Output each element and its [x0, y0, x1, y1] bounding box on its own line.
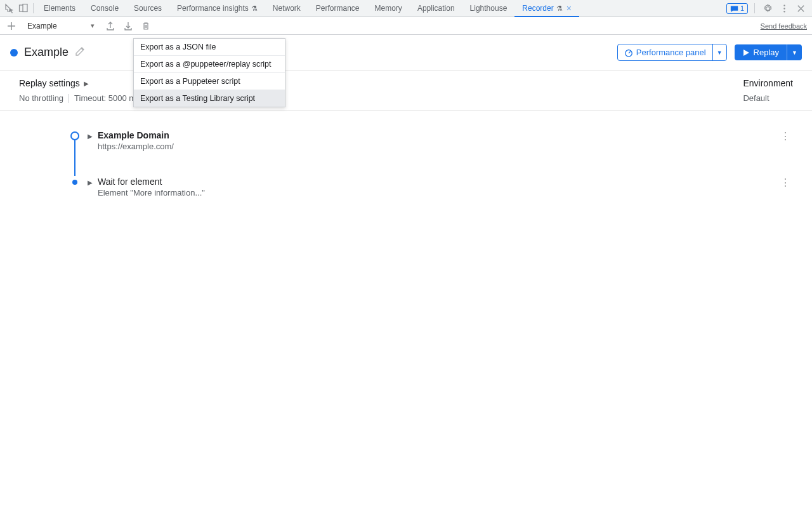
step-more-icon[interactable]: ⋮ [780, 177, 790, 188]
svg-point-3 [783, 8, 785, 9]
tab-sources[interactable]: Sources [126, 0, 169, 17]
tab-performance[interactable]: Performance [308, 0, 367, 17]
step-title: Wait for element [98, 177, 780, 187]
tab-label: Sources [134, 4, 162, 13]
title-actions: Performance panel ▼ Replay ▼ [617, 44, 802, 61]
settings-left: Replay settings ▶ No throttling Timeout:… [19, 78, 140, 103]
performance-panel-label: Performance panel [636, 48, 706, 57]
settings-row: Replay settings ▶ No throttling Timeout:… [0, 70, 812, 111]
step-expand-caret[interactable]: ▶ [88, 179, 93, 186]
import-icon[interactable] [122, 20, 134, 32]
export-menu-item[interactable]: Export as a JSON file [134, 39, 285, 56]
replay-button-caret[interactable]: ▼ [787, 44, 802, 60]
export-menu: Export as a JSON fileExport as a @puppet… [133, 38, 285, 107]
performance-panel-button[interactable]: Performance panel ▼ [617, 44, 727, 61]
replay-button-main[interactable]: Replay [735, 44, 787, 60]
step-connector [74, 140, 75, 176]
new-recording-icon[interactable] [5, 20, 18, 32]
tab-label: Elements [44, 4, 75, 13]
close-devtools-icon[interactable] [794, 2, 807, 15]
tab-label: Console [91, 4, 119, 13]
title-left: Example [10, 46, 85, 59]
close-tab-icon[interactable]: × [566, 4, 572, 13]
replay-button[interactable]: Replay ▼ [735, 44, 802, 60]
caret-right-icon: ▶ [84, 80, 89, 87]
tab-memory[interactable]: Memory [367, 0, 410, 17]
recording-title: Example [24, 46, 69, 59]
step-subtitle: Element "More information..." [98, 188, 780, 197]
step-marker [70, 177, 80, 185]
step-content[interactable]: Wait for elementElement "More informatio… [98, 177, 780, 197]
step-item: ▶Example Domainhttps://example.com/⋮ [70, 130, 793, 151]
tab-application[interactable]: Application [410, 0, 462, 17]
marker-circle-icon [70, 131, 79, 140]
settings-values: No throttling Timeout: 5000 ms [19, 93, 140, 103]
step-marker [70, 130, 80, 140]
environment-label: Environment [743, 78, 793, 88]
tab-divider [754, 3, 755, 13]
tab-divider [33, 3, 34, 13]
performance-panel-caret[interactable]: ▼ [712, 44, 726, 60]
recorder-toolbar: Example ▾ Send feedback [0, 17, 812, 35]
tab-bar-right: 1 [726, 2, 809, 15]
more-menu-icon[interactable] [778, 2, 790, 15]
flask-icon: ⚗ [556, 4, 563, 13]
edit-title-icon[interactable] [75, 46, 85, 58]
recording-select-value: Example [27, 22, 57, 30]
tab-network[interactable]: Network [265, 0, 308, 17]
device-toolbar-icon[interactable] [16, 1, 30, 15]
issues-badge[interactable]: 1 [726, 3, 748, 14]
tab-bar-left-icons [3, 0, 36, 17]
recording-title-row: Example Performance panel ▼ Replay ▼ [0, 35, 812, 70]
svg-point-2 [783, 4, 785, 6]
svg-point-4 [783, 10, 785, 11]
export-icon[interactable] [104, 20, 117, 32]
tab-recorder[interactable]: Recorder⚗× [514, 0, 579, 17]
tab-console[interactable]: Console [83, 0, 126, 17]
settings-divider [69, 94, 69, 103]
issues-count: 1 [740, 4, 744, 12]
tab-performance-insights[interactable]: Performance insights⚗ [169, 0, 265, 17]
tab-label: Lighthouse [470, 4, 508, 13]
send-feedback-link[interactable]: Send feedback [761, 22, 807, 30]
tab-elements[interactable]: Elements [36, 0, 83, 17]
settings-right: Environment Default [743, 78, 793, 103]
recording-select[interactable]: Example ▾ [23, 20, 99, 32]
throttling-value: No throttling [19, 93, 63, 103]
replay-settings-label: Replay settings [19, 78, 80, 88]
timeout-value: Timeout: 5000 ms [74, 93, 140, 103]
tab-label: Network [273, 4, 301, 13]
flask-icon: ⚗ [251, 4, 258, 13]
performance-panel-button-main[interactable]: Performance panel [618, 44, 712, 60]
step-item: ▶Wait for elementElement "More informati… [70, 177, 793, 197]
step-more-icon[interactable]: ⋮ [780, 130, 790, 142]
marker-dot-icon [72, 180, 77, 185]
delete-icon[interactable] [140, 20, 152, 32]
environment-value: Default [743, 93, 769, 103]
export-menu-item[interactable]: Export as a @puppeteer/replay script [134, 56, 285, 73]
export-menu-item[interactable]: Export as a Testing Library script [134, 90, 285, 107]
replay-settings-toggle[interactable]: Replay settings ▶ [19, 78, 140, 88]
recorder-toolbar-left: Example ▾ [5, 17, 152, 34]
step-title: Example Domain [98, 130, 780, 140]
export-menu-item[interactable]: Export as a Puppeteer script [134, 73, 285, 90]
step-expand-caret[interactable]: ▶ [88, 133, 93, 140]
svg-rect-1 [23, 4, 27, 12]
tab-label: Recorder [522, 4, 553, 13]
chevron-down-icon: ▾ [91, 22, 95, 30]
record-status-dot [10, 49, 18, 57]
settings-gear-icon[interactable] [761, 2, 774, 15]
replay-button-label: Replay [754, 48, 779, 57]
steps-area: ▶Example Domainhttps://example.com/⋮▶Wai… [0, 111, 812, 217]
inspect-element-icon[interactable] [3, 1, 16, 15]
tab-label: Application [417, 4, 455, 13]
tabs-container: ElementsConsoleSourcesPerformance insigh… [36, 0, 726, 17]
devtools-tab-bar: ElementsConsoleSourcesPerformance insigh… [0, 0, 812, 17]
step-subtitle: https://example.com/ [98, 142, 780, 151]
step-content[interactable]: Example Domainhttps://example.com/ [98, 130, 780, 151]
tab-label: Performance [316, 4, 360, 13]
tab-label: Memory [375, 4, 402, 13]
tab-lighthouse[interactable]: Lighthouse [462, 0, 515, 17]
tab-label: Performance insights [177, 4, 249, 13]
